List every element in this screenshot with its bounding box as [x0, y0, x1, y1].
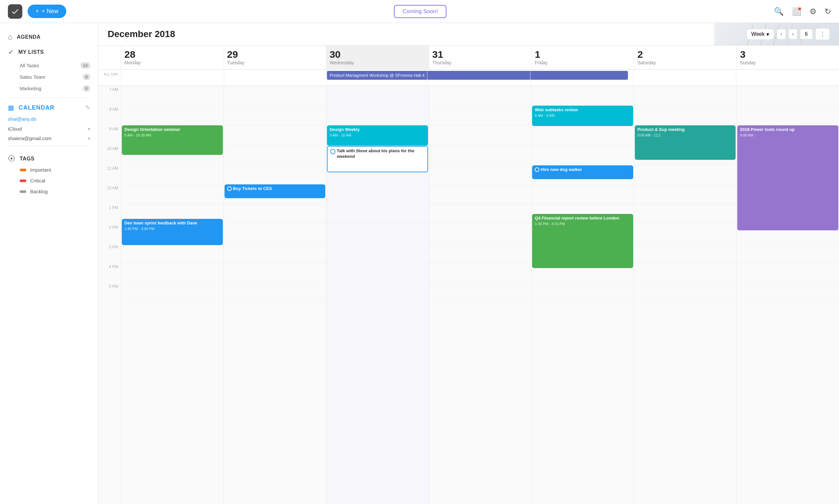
day-column-sun: 2018 Power tools round up 9:00 AM -: [736, 86, 839, 504]
task-circle-icon: [227, 186, 232, 191]
account-primary[interactable]: shai@any.do: [0, 114, 98, 124]
event-design-weekly[interactable]: Design Weekly 9 AM - 10 AM: [327, 125, 428, 146]
day-column-thu: [429, 86, 532, 504]
event-dev-sprint[interactable]: Dev team sprint feedback with Dave 1:45 …: [122, 219, 223, 245]
time-1pm: 1 PM: [99, 204, 121, 224]
time-gutter-header: [99, 46, 121, 69]
list-name-all-tasks: All Tasks: [20, 63, 39, 68]
day-name-thu: Thursday: [432, 60, 528, 65]
gmail-chevron-icon: ▾: [88, 136, 90, 141]
topbar: + + New Coming Soon! 🔍 ⬜ ⚙ ↻: [0, 0, 839, 23]
day-header-wed: 30 Wednesday: [326, 46, 429, 69]
list-item-all-tasks[interactable]: All Tasks 14: [0, 60, 98, 71]
calendar-main: December 2018 Week ▾ ‹ › 6: [99, 23, 839, 504]
my-lists-label: MY LISTS: [18, 49, 44, 55]
day-number-29: 29: [227, 50, 323, 59]
allday-cell-thu: [427, 70, 530, 86]
refresh-icon[interactable]: ↻: [824, 7, 831, 16]
event-design-orientation[interactable]: Design Orientation seminar 9 AM - 10:30 …: [122, 125, 223, 155]
calendar-toolbar: December 2018 Week ▾ ‹ › 6: [99, 23, 839, 46]
today-button[interactable]: 6: [800, 29, 813, 39]
allday-cell-sun: [736, 70, 839, 86]
calendar-icon: ▦: [8, 104, 14, 111]
week-dropdown-chevron: ▾: [766, 31, 769, 37]
day-name-mon: Monday: [124, 60, 220, 65]
tag-item-important[interactable]: Important: [8, 164, 90, 175]
list-item-marketing[interactable]: Marketing 6: [0, 83, 98, 94]
time-8am: 8 AM: [99, 106, 121, 125]
coming-soon-button[interactable]: Coming Soon!: [394, 5, 446, 18]
new-button[interactable]: + + New: [28, 5, 66, 18]
day-number-30: 30: [329, 50, 425, 59]
event-title-web: Web subtasks review: [535, 107, 630, 113]
time-9am: 9 AM: [99, 125, 121, 145]
event-title: Design Orientation seminar: [124, 127, 220, 132]
notification-icon[interactable]: ⬜: [792, 7, 802, 16]
notification-dot: [798, 7, 801, 10]
tag-name-important: Important: [30, 167, 51, 173]
allday-row: ALL DAY Product Managment Workshop @ SFm…: [99, 70, 839, 86]
sidebar-item-agenda[interactable]: ⌂ AGENDA: [0, 30, 98, 44]
event-title-q4: Q4 Financial report review before London: [535, 216, 630, 221]
list-item-sales-team[interactable]: Sales Team 9: [0, 71, 98, 83]
event-web-subtasks[interactable]: Web subtasks review 8 AM - 9 AM: [532, 106, 633, 126]
event-product-sup[interactable]: Product & Sup meeting 9:00 AM - 11:1: [635, 125, 736, 160]
next-week-button[interactable]: ›: [788, 29, 797, 39]
time-7am: 7 AM: [99, 86, 121, 106]
week-view-dropdown[interactable]: Week ▾: [746, 29, 774, 40]
account-primary-label: shai@any.do: [8, 116, 36, 122]
sidebar-item-my-lists[interactable]: ✓ MY LISTS: [0, 44, 98, 60]
calendar-label: CALENDAR: [19, 104, 54, 111]
event-title-dev: Dev team sprint feedback with Dave: [124, 220, 220, 226]
toolbar-controls: Week ▾ ‹ › 6 ⋮: [746, 28, 830, 40]
day-name-sun: Sunday: [740, 60, 836, 65]
event-time-q4: 1:30 PM - 4:15 PM: [535, 222, 630, 226]
event-power-tools[interactable]: 2018 Power tools round up 9:00 AM -: [737, 125, 838, 230]
account-icloud[interactable]: iCloud ▾: [0, 124, 98, 133]
tag-item-critical[interactable]: Critical: [8, 175, 90, 186]
main-layout: ⌂ AGENDA ✓ MY LISTS All Tasks 14 Sales T…: [0, 23, 839, 504]
event-title-product-sup: Product & Sup meeting: [638, 127, 733, 132]
tag-dot-critical: [20, 179, 26, 182]
edit-icon[interactable]: ✎: [85, 104, 90, 111]
day-column-sat: Product & Sup meeting 9:00 AM - 11:1: [634, 86, 736, 504]
tags-icon: ⦿: [8, 155, 15, 163]
check-circle-icon: ✓: [8, 48, 14, 56]
sidebar-divider-1: [8, 97, 90, 98]
day-header-thu: 31 Thursday: [429, 46, 532, 69]
day-header-fri: 1 Friday: [531, 46, 634, 69]
week-label: Week: [751, 31, 765, 37]
app-logo[interactable]: [8, 4, 22, 19]
search-icon[interactable]: 🔍: [774, 7, 784, 16]
tag-name-backlog: Backlog: [30, 189, 48, 194]
account-gmail[interactable]: shaiera@gmail.com ▾: [0, 133, 98, 143]
event-buy-tickets[interactable]: Buy Tickets to CES: [225, 184, 326, 198]
time-5pm: 5 PM: [99, 283, 121, 303]
settings-icon[interactable]: ⚙: [809, 7, 817, 16]
tags-label: TAGS: [20, 156, 34, 162]
allday-label: ALL DAY: [99, 70, 121, 86]
calendar-title: December 2018: [108, 29, 175, 39]
tags-title-row: ⦿ TAGS: [8, 153, 90, 164]
event-title-power: 2018 Power tools round up: [740, 127, 836, 132]
event-q4-financial[interactable]: Q4 Financial report review before London…: [532, 214, 633, 268]
event-hire-dog-walker[interactable]: Hire new dog walker: [532, 165, 633, 179]
day-header-sat: 2 Saturday: [634, 46, 736, 69]
day-number-3: 3: [740, 50, 836, 59]
badge-all-tasks: 14: [81, 62, 90, 69]
calendar-grid: 28 Monday 29 Tuesday 30 Wednesday 31 Thu…: [99, 46, 839, 504]
sidebar-divider-2: [8, 146, 90, 147]
event-time-power: 9:00 AM -: [740, 133, 836, 137]
icloud-chevron-icon: ▾: [88, 126, 90, 131]
event-talk-steve[interactable]: Talk with Steve about his plans for the …: [327, 146, 428, 172]
prev-week-button[interactable]: ‹: [776, 29, 785, 39]
topbar-center: Coming Soon!: [394, 5, 446, 18]
day-header-tue: 29 Tuesday: [224, 46, 326, 69]
day-number-28: 28: [124, 50, 220, 59]
sidebar-calendar-header: ▦ CALENDAR ✎: [0, 101, 98, 114]
tag-name-critical: Critical: [30, 178, 45, 183]
more-options-button[interactable]: ⋮: [815, 28, 830, 40]
event-time: 9 AM - 10:30 AM: [124, 133, 220, 137]
day-name-tue: Tuesday: [227, 60, 323, 65]
tag-item-backlog[interactable]: Backlog: [8, 186, 90, 197]
